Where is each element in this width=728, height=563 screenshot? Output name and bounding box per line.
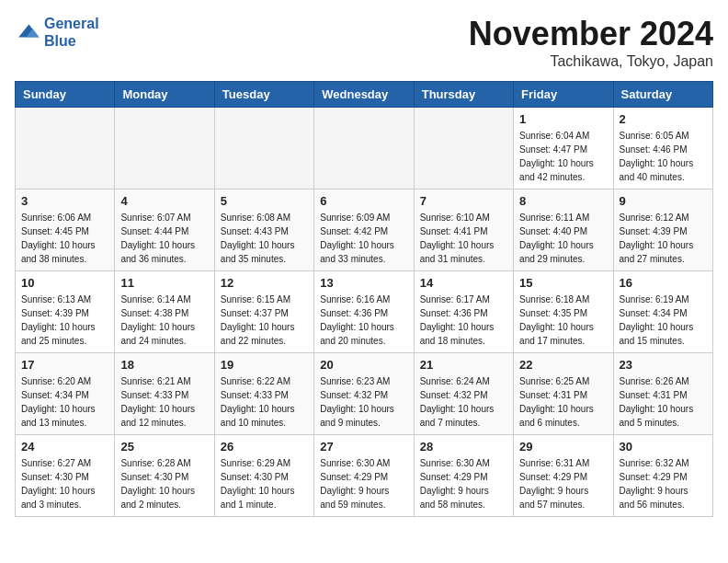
calendar-week-row: 1Sunrise: 6:04 AM Sunset: 4:47 PM Daylig… (16, 108, 713, 190)
calendar-cell (314, 108, 414, 190)
day-info: Sunrise: 6:14 AM Sunset: 4:38 PM Dayligh… (120, 293, 208, 348)
day-info: Sunrise: 6:28 AM Sunset: 4:30 PM Dayligh… (120, 456, 208, 511)
day-info: Sunrise: 6:16 AM Sunset: 4:36 PM Dayligh… (320, 293, 407, 348)
calendar-cell: 8Sunrise: 6:11 AM Sunset: 4:40 PM Daylig… (514, 190, 613, 271)
calendar-header-row: SundayMondayTuesdayWednesdayThursdayFrid… (16, 82, 713, 108)
calendar-cell (16, 108, 115, 190)
logo-blue: Blue (44, 32, 99, 50)
calendar-cell: 29Sunrise: 6:31 AM Sunset: 4:29 PM Dayli… (514, 435, 613, 517)
calendar-week-row: 10Sunrise: 6:13 AM Sunset: 4:39 PM Dayli… (16, 271, 713, 353)
day-number: 2 (620, 112, 707, 126)
calendar-cell: 3Sunrise: 6:06 AM Sunset: 4:45 PM Daylig… (16, 190, 115, 271)
calendar-cell: 20Sunrise: 6:23 AM Sunset: 4:32 PM Dayli… (314, 353, 414, 435)
day-info: Sunrise: 6:09 AM Sunset: 4:42 PM Dayligh… (320, 211, 407, 266)
day-number: 24 (21, 440, 108, 454)
weekday-header: Wednesday (314, 82, 414, 108)
page-header: General Blue November 2024 Tachikawa, To… (15, 15, 713, 70)
day-info: Sunrise: 6:29 AM Sunset: 4:30 PM Dayligh… (221, 456, 308, 511)
day-info: Sunrise: 6:12 AM Sunset: 4:39 PM Dayligh… (620, 211, 707, 266)
calendar-cell: 4Sunrise: 6:07 AM Sunset: 4:44 PM Daylig… (115, 190, 214, 271)
day-number: 20 (320, 358, 407, 372)
calendar-cell (414, 108, 513, 190)
calendar-cell: 2Sunrise: 6:05 AM Sunset: 4:46 PM Daylig… (613, 108, 712, 190)
day-info: Sunrise: 6:10 AM Sunset: 4:41 PM Dayligh… (420, 211, 507, 266)
day-info: Sunrise: 6:21 AM Sunset: 4:33 PM Dayligh… (120, 374, 208, 430)
calendar: SundayMondayTuesdayWednesdayThursdayFrid… (15, 81, 713, 517)
day-number: 30 (620, 440, 707, 454)
day-number: 3 (21, 194, 108, 208)
calendar-cell: 30Sunrise: 6:32 AM Sunset: 4:29 PM Dayli… (613, 435, 712, 517)
day-number: 17 (21, 358, 108, 372)
calendar-cell: 9Sunrise: 6:12 AM Sunset: 4:39 PM Daylig… (613, 190, 712, 271)
calendar-cell: 16Sunrise: 6:19 AM Sunset: 4:34 PM Dayli… (613, 271, 712, 353)
calendar-cell: 18Sunrise: 6:21 AM Sunset: 4:33 PM Dayli… (115, 353, 214, 435)
day-info: Sunrise: 6:08 AM Sunset: 4:43 PM Dayligh… (221, 211, 308, 266)
day-number: 26 (221, 440, 308, 454)
calendar-cell: 19Sunrise: 6:22 AM Sunset: 4:33 PM Dayli… (214, 353, 313, 435)
calendar-cell: 26Sunrise: 6:29 AM Sunset: 4:30 PM Dayli… (214, 435, 313, 517)
day-info: Sunrise: 6:20 AM Sunset: 4:34 PM Dayligh… (21, 374, 108, 430)
calendar-cell: 21Sunrise: 6:24 AM Sunset: 4:32 PM Dayli… (414, 353, 513, 435)
calendar-cell: 13Sunrise: 6:16 AM Sunset: 4:36 PM Dayli… (314, 271, 414, 353)
day-info: Sunrise: 6:17 AM Sunset: 4:36 PM Dayligh… (420, 293, 507, 348)
calendar-cell: 6Sunrise: 6:09 AM Sunset: 4:42 PM Daylig… (314, 190, 414, 271)
calendar-cell: 25Sunrise: 6:28 AM Sunset: 4:30 PM Dayli… (115, 435, 214, 517)
day-number: 23 (620, 358, 707, 372)
calendar-cell: 12Sunrise: 6:15 AM Sunset: 4:37 PM Dayli… (214, 271, 313, 353)
day-info: Sunrise: 6:24 AM Sunset: 4:32 PM Dayligh… (420, 374, 507, 430)
day-number: 1 (519, 112, 607, 126)
title-block: November 2024 Tachikawa, Tokyo, Japan (469, 15, 713, 70)
weekday-header: Friday (514, 82, 613, 108)
day-number: 15 (519, 276, 607, 290)
weekday-header: Saturday (613, 82, 712, 108)
weekday-header: Monday (115, 82, 214, 108)
logo-general: General (44, 16, 99, 31)
day-number: 13 (320, 276, 407, 290)
day-number: 5 (221, 194, 308, 208)
calendar-cell: 24Sunrise: 6:27 AM Sunset: 4:30 PM Dayli… (16, 435, 115, 517)
day-number: 9 (620, 194, 707, 208)
calendar-cell (214, 108, 313, 190)
day-number: 25 (120, 440, 208, 454)
weekday-header: Tuesday (214, 82, 313, 108)
calendar-cell: 7Sunrise: 6:10 AM Sunset: 4:41 PM Daylig… (414, 190, 513, 271)
calendar-cell: 11Sunrise: 6:14 AM Sunset: 4:38 PM Dayli… (115, 271, 214, 353)
logo: General Blue (15, 15, 99, 50)
day-number: 21 (420, 358, 507, 372)
calendar-cell: 28Sunrise: 6:30 AM Sunset: 4:29 PM Dayli… (414, 435, 513, 517)
day-info: Sunrise: 6:31 AM Sunset: 4:29 PM Dayligh… (519, 456, 607, 511)
month-title: November 2024 (469, 15, 713, 53)
day-info: Sunrise: 6:26 AM Sunset: 4:31 PM Dayligh… (620, 374, 707, 430)
day-number: 29 (519, 440, 607, 454)
weekday-header: Thursday (414, 82, 513, 108)
day-info: Sunrise: 6:18 AM Sunset: 4:35 PM Dayligh… (519, 293, 607, 348)
calendar-cell: 5Sunrise: 6:08 AM Sunset: 4:43 PM Daylig… (214, 190, 313, 271)
day-info: Sunrise: 6:30 AM Sunset: 4:29 PM Dayligh… (420, 456, 507, 511)
day-number: 11 (120, 276, 208, 290)
day-info: Sunrise: 6:04 AM Sunset: 4:47 PM Dayligh… (519, 129, 607, 184)
day-info: Sunrise: 6:32 AM Sunset: 4:29 PM Dayligh… (620, 456, 707, 511)
calendar-cell: 15Sunrise: 6:18 AM Sunset: 4:35 PM Dayli… (514, 271, 613, 353)
location: Tachikawa, Tokyo, Japan (469, 53, 713, 70)
weekday-header: Sunday (16, 82, 115, 108)
calendar-cell: 10Sunrise: 6:13 AM Sunset: 4:39 PM Dayli… (16, 271, 115, 353)
day-number: 14 (420, 276, 507, 290)
calendar-cell: 22Sunrise: 6:25 AM Sunset: 4:31 PM Dayli… (514, 353, 613, 435)
day-info: Sunrise: 6:11 AM Sunset: 4:40 PM Dayligh… (519, 211, 607, 266)
day-info: Sunrise: 6:25 AM Sunset: 4:31 PM Dayligh… (519, 374, 607, 430)
day-info: Sunrise: 6:06 AM Sunset: 4:45 PM Dayligh… (21, 211, 108, 266)
day-info: Sunrise: 6:07 AM Sunset: 4:44 PM Dayligh… (120, 211, 208, 266)
day-number: 12 (221, 276, 308, 290)
day-number: 22 (519, 358, 607, 372)
day-number: 16 (620, 276, 707, 290)
calendar-week-row: 3Sunrise: 6:06 AM Sunset: 4:45 PM Daylig… (16, 190, 713, 271)
calendar-cell: 27Sunrise: 6:30 AM Sunset: 4:29 PM Dayli… (314, 435, 414, 517)
calendar-week-row: 17Sunrise: 6:20 AM Sunset: 4:34 PM Dayli… (16, 353, 713, 435)
day-info: Sunrise: 6:30 AM Sunset: 4:29 PM Dayligh… (320, 456, 407, 511)
day-info: Sunrise: 6:05 AM Sunset: 4:46 PM Dayligh… (620, 129, 707, 184)
day-info: Sunrise: 6:22 AM Sunset: 4:33 PM Dayligh… (221, 374, 308, 430)
day-number: 28 (420, 440, 507, 454)
calendar-week-row: 24Sunrise: 6:27 AM Sunset: 4:30 PM Dayli… (16, 435, 713, 517)
calendar-cell: 23Sunrise: 6:26 AM Sunset: 4:31 PM Dayli… (613, 353, 712, 435)
calendar-cell (115, 108, 214, 190)
